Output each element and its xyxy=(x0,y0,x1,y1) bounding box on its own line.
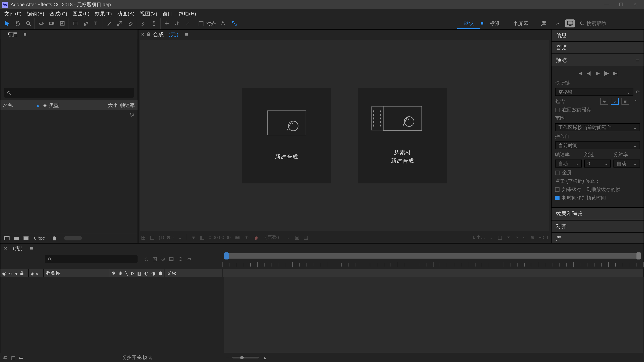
menu-effect[interactable]: 效果(T) xyxy=(92,10,114,17)
preview-range-select[interactable]: 工作区域按当前时间延伸⌄ xyxy=(555,123,640,131)
next-frame-icon[interactable]: |▶ xyxy=(604,70,608,76)
num-column[interactable]: # xyxy=(36,270,38,276)
new-folder-icon[interactable] xyxy=(13,235,20,241)
snapping-options-icon[interactable] xyxy=(218,19,228,28)
resolution-full-icon[interactable]: ⊞ xyxy=(192,235,196,240)
clone-tool-icon[interactable] xyxy=(116,19,124,28)
window-close-icon[interactable]: ✕ xyxy=(633,2,637,8)
cache-before-checkbox[interactable] xyxy=(555,108,560,112)
play-icon[interactable]: ▶ xyxy=(596,70,600,76)
help-search-input[interactable] xyxy=(586,21,640,26)
toggle-mask-icon[interactable]: ◫ xyxy=(150,235,154,240)
frame-blend-switch-icon[interactable]: ▥ xyxy=(137,270,142,276)
menu-edit[interactable]: 编辑(E) xyxy=(24,10,47,17)
chevron-down-icon[interactable]: ⌄ xyxy=(489,235,494,240)
3d-switch-icon[interactable]: ⬢ xyxy=(158,270,163,276)
comp-resolution[interactable]: （完整） xyxy=(262,234,282,240)
sync-settings-icon[interactable] xyxy=(565,20,575,27)
project-tab[interactable]: 项目 xyxy=(4,30,22,39)
project-body[interactable]: ⌬ xyxy=(0,110,138,233)
col-type[interactable]: 类型 xyxy=(49,102,59,109)
collapse-switch-icon[interactable]: ✺ xyxy=(118,270,122,276)
project-search-pill[interactable] xyxy=(64,236,82,240)
timeline-search[interactable] xyxy=(44,255,138,263)
project-panel-menu-icon[interactable]: ≡ xyxy=(24,31,27,38)
hand-tool-icon[interactable] xyxy=(13,19,22,28)
pan-behind-tool-icon[interactable] xyxy=(58,19,67,28)
loop-icon[interactable]: ↻ xyxy=(632,98,640,105)
toggle-switches-modes-button[interactable]: 切换开关/模式 xyxy=(110,354,164,361)
workspace-default[interactable]: 默认 xyxy=(458,18,480,29)
workspace-small[interactable]: 小屏幕 xyxy=(507,18,535,29)
preview-shortcut-select[interactable]: 空格键⌄ xyxy=(555,88,634,96)
snapping-checkbox[interactable] xyxy=(198,21,204,26)
window-maximize-icon[interactable]: ☐ xyxy=(619,2,623,8)
col-name[interactable]: 名称 xyxy=(3,102,13,109)
label-icon[interactable]: ◈ xyxy=(43,102,46,108)
workspace-library[interactable]: 库 xyxy=(535,18,552,29)
toggle-in-out-icon[interactable]: ⇆ xyxy=(19,355,23,360)
include-audio-icon[interactable]: ♪ xyxy=(611,98,619,105)
pixel-aspect-icon[interactable]: ⊡ xyxy=(506,235,510,240)
text-tool-icon[interactable]: T xyxy=(92,19,101,28)
lock-column-icon[interactable]: 🔒︎ xyxy=(20,270,24,276)
roto-tool-icon[interactable] xyxy=(139,19,148,28)
workspace-overflow-icon[interactable]: » xyxy=(552,20,563,26)
frame-blend-icon[interactable]: ▤ xyxy=(169,256,174,262)
resolution-half-icon[interactable]: ◧ xyxy=(200,235,204,240)
timeline-layer-list[interactable] xyxy=(0,277,224,353)
pen-tool-icon[interactable] xyxy=(81,19,90,28)
timeline-tab[interactable]: （无） xyxy=(10,245,26,252)
last-frame-icon[interactable]: ▶| xyxy=(613,70,618,76)
res-select[interactable]: 自动⌄ xyxy=(614,160,640,168)
timeline-tracks[interactable] xyxy=(224,277,644,353)
menu-layer[interactable]: 图层(L) xyxy=(70,10,92,17)
menu-view[interactable]: 视图(V) xyxy=(137,10,160,17)
include-video-icon[interactable]: ◉ xyxy=(600,98,608,105)
draft-3d-icon[interactable]: ◳ xyxy=(152,256,157,262)
comp-tab-close-icon[interactable]: × xyxy=(141,31,144,38)
zoom-in-icon[interactable]: ▲ xyxy=(262,355,267,360)
comp-views[interactable]: 1 个... xyxy=(472,234,485,240)
menu-animation[interactable]: 动画(A) xyxy=(114,10,137,17)
skip-select[interactable]: 0⌄ xyxy=(584,160,611,168)
comp-exposure[interactable]: +0.0 xyxy=(539,235,548,240)
camera-tool-icon[interactable] xyxy=(47,19,56,28)
new-composition-tile[interactable]: 新建合成 xyxy=(242,88,332,184)
show-snapshot-icon[interactable]: 👁︎ xyxy=(244,235,249,240)
source-name-column[interactable]: 源名称 xyxy=(46,270,60,276)
chevron-down-icon[interactable]: ⌄ xyxy=(178,235,182,240)
view-axis-icon[interactable] xyxy=(184,19,192,28)
puppet-tool-icon[interactable] xyxy=(150,19,158,28)
rectangle-tool-icon[interactable] xyxy=(71,19,80,28)
shy-switch-icon[interactable]: ✱ xyxy=(112,270,116,276)
timeline-ruler[interactable] xyxy=(222,261,643,269)
timeline-panel-menu-icon[interactable]: ≡ xyxy=(30,245,33,252)
label-column-icon[interactable]: ◈ xyxy=(30,270,34,276)
move-time-checkbox[interactable] xyxy=(555,196,560,200)
adjustment-switch-icon[interactable]: ◑ xyxy=(151,270,156,276)
menu-file[interactable]: 文件(F) xyxy=(2,10,24,17)
flowchart-icon[interactable]: ⌬ xyxy=(130,112,134,118)
library-panel-header[interactable]: 库 xyxy=(552,233,644,244)
transparency-grid-icon[interactable]: ▨ xyxy=(304,235,308,240)
roi-icon[interactable]: ▣ xyxy=(295,235,299,240)
zoom-out-icon[interactable]: ─ xyxy=(226,355,229,360)
hide-shy-icon[interactable]: ⎋ xyxy=(162,256,164,262)
eraser-tool-icon[interactable] xyxy=(126,19,135,28)
world-axis-icon[interactable] xyxy=(173,19,182,28)
snapshot-icon[interactable]: 📷︎ xyxy=(235,235,240,240)
info-panel-header[interactable]: 信息 xyxy=(552,30,644,41)
comp-panel-menu-icon[interactable]: ≡ xyxy=(185,31,188,38)
interpret-footage-icon[interactable] xyxy=(3,235,10,241)
workspace-menu-icon[interactable]: ≡ xyxy=(480,20,484,26)
parent-column[interactable]: 父级 xyxy=(167,270,176,276)
col-fps[interactable]: 帧速率 xyxy=(120,102,135,109)
prev-frame-icon[interactable]: ◀| xyxy=(587,70,592,76)
timeline-tab-close-icon[interactable]: × xyxy=(4,245,7,252)
align-panel-header[interactable]: 对齐 xyxy=(552,220,644,232)
zoom-tool-icon[interactable] xyxy=(24,19,33,28)
new-comp-from-footage-tile[interactable]: 从素材 新建合成 xyxy=(358,88,447,184)
selection-tool-icon[interactable] xyxy=(3,19,12,28)
new-comp-icon[interactable] xyxy=(23,235,30,241)
